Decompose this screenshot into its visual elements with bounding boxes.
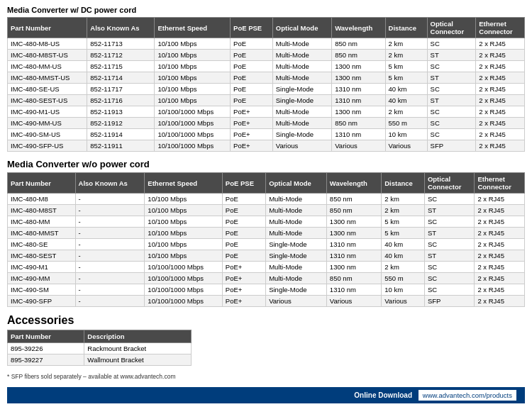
table-cell: 2 km xyxy=(382,262,425,273)
table-cell: 10/100 Mbps xyxy=(155,72,231,84)
footnote: * SFP fibers sold separately – available… xyxy=(7,373,525,380)
table-cell: 10/100 Mbps xyxy=(155,50,231,61)
table-cell: Single-Mode xyxy=(266,239,327,250)
table-row: IMC-480-SEST-10/100 MbpsPoESingle-Mode13… xyxy=(8,250,525,262)
table-cell: SC xyxy=(424,239,475,250)
table-cell: 550 m xyxy=(382,273,425,284)
table-cell: SC xyxy=(424,284,475,296)
table-cell: 850 nm xyxy=(332,118,385,129)
table-cell: 10/100 Mbps xyxy=(145,228,222,239)
table-row: IMC-480-SE-10/100 MbpsPoESingle-Mode1310… xyxy=(8,239,525,250)
table-cell: SC xyxy=(427,106,476,118)
footer-url: www.advantech.com/products xyxy=(419,390,516,401)
table-cell: 2 x RJ45 xyxy=(476,140,525,152)
table-cell: PoE xyxy=(222,216,265,228)
table-cell: PoE xyxy=(222,205,265,216)
table-cell: - xyxy=(75,194,145,205)
table-cell: 1310 nm xyxy=(326,239,381,250)
table-cell: ST xyxy=(427,50,476,61)
table-cell: 2 x RJ45 xyxy=(475,194,525,205)
table-cell: IMC-480-MM xyxy=(8,216,76,228)
table-cell: PoE+ xyxy=(231,106,273,118)
table-cell: 10/100/1000 Mbps xyxy=(155,118,231,129)
table-cell: 2 x RJ45 xyxy=(476,118,525,129)
table-cell: Multi-Mode xyxy=(272,118,331,129)
table-cell: 1310 nm xyxy=(326,250,381,262)
table-cell: 10/100/1000 Mbps xyxy=(145,273,222,284)
table-cell: Various xyxy=(385,140,427,152)
table-row: IMC-490-M1-US852-1191310/100/1000 MbpsPo… xyxy=(8,106,525,118)
table-cell: 2 x RJ45 xyxy=(475,205,525,216)
table-cell: SC xyxy=(427,84,476,95)
table-cell: PoE xyxy=(231,50,273,61)
col2-optical-mode: Optical Mode xyxy=(266,173,327,194)
table-row: IMC-480-MM-US852-1171510/100 MbpsPoEMult… xyxy=(8,61,525,72)
col-wavelength: Wavelength xyxy=(332,18,385,38)
table-row: IMC-480-M8ST-10/100 MbpsPoEMulti-Mode850… xyxy=(8,205,525,216)
table-cell: SC xyxy=(427,38,476,50)
table-cell: - xyxy=(75,273,145,284)
section3-table: Part Number Description 895-39226Rackmou… xyxy=(7,330,192,366)
table-cell: ST xyxy=(424,228,475,239)
table-cell: Single-Mode xyxy=(272,84,331,95)
table-cell: PoE+ xyxy=(231,118,273,129)
table-cell: 1300 nm xyxy=(332,106,385,118)
table-cell: IMC-480-M8ST xyxy=(8,205,76,216)
table-cell: 2 km xyxy=(385,38,427,50)
table-row: IMC-480-MMST-US852-1171410/100 MbpsPoEMu… xyxy=(8,72,525,84)
table-cell: - xyxy=(75,205,145,216)
table-cell: IMC-480-MMST xyxy=(8,228,76,239)
table-cell: PoE xyxy=(222,194,265,205)
table-cell: Various xyxy=(266,296,327,307)
table-row: IMC-490-MM-US852-1191210/100/1000 MbpsPo… xyxy=(8,118,525,129)
table-cell: 10/100/1000 Mbps xyxy=(155,106,231,118)
table-cell: 2 x RJ45 xyxy=(476,38,525,50)
table-row: IMC-490-SFP-US852-1191110/100/1000 MbpsP… xyxy=(8,140,525,152)
table-cell: Multi-Mode xyxy=(266,205,327,216)
table-cell: - xyxy=(75,239,145,250)
table-cell: IMC-490-MM-US xyxy=(8,118,87,129)
table-cell: Multi-Mode xyxy=(266,273,327,284)
table-row: IMC-490-SFP-10/100/1000 MbpsPoE+VariousV… xyxy=(8,296,525,307)
col-also-known-as: Also Known As xyxy=(87,18,155,38)
table-cell: 40 km xyxy=(385,84,427,95)
table-cell: Multi-Mode xyxy=(266,194,327,205)
table-cell: ST xyxy=(424,205,475,216)
col2-distance: Distance xyxy=(382,173,425,194)
col2-ethernet-connector: EthernetConnector xyxy=(475,173,525,194)
table-cell: PoE+ xyxy=(222,273,265,284)
table-cell: 850 nm xyxy=(332,38,385,50)
table-cell: PoE xyxy=(231,61,273,72)
table-cell: 1300 nm xyxy=(332,72,385,84)
table-cell: 5 km xyxy=(385,61,427,72)
col2-also-known-as: Also Known As xyxy=(75,173,145,194)
table-cell: PoE+ xyxy=(222,284,265,296)
section1-header: Part Number Also Known As Ethernet Speed… xyxy=(8,18,525,38)
table-cell: 850 nm xyxy=(332,50,385,61)
table-row: 895-39227Wallmount Bracket xyxy=(8,354,192,366)
table-cell: 10/100/1000 Mbps xyxy=(155,140,231,152)
table-cell: 2 x RJ45 xyxy=(476,72,525,84)
section1-title: Media Converter w/ DC power cord xyxy=(7,6,525,14)
table-cell: - xyxy=(75,228,145,239)
table-cell: SC xyxy=(427,61,476,72)
table-cell: PoE xyxy=(231,72,273,84)
table-cell: 10/100 Mbps xyxy=(155,84,231,95)
table-cell: 850 nm xyxy=(326,273,381,284)
table-cell: 10/100 Mbps xyxy=(155,38,231,50)
table-cell: 852-11712 xyxy=(87,50,155,61)
table-cell: Various xyxy=(332,140,385,152)
table-cell: 550 m xyxy=(385,118,427,129)
table-cell: Wallmount Bracket xyxy=(84,354,192,366)
table-cell: 2 km xyxy=(382,205,425,216)
table-cell: IMC-480-M8 xyxy=(8,194,76,205)
table-cell: 2 x RJ45 xyxy=(475,239,525,250)
table-cell: SC xyxy=(424,216,475,228)
table-cell: IMC-480-SE-US xyxy=(8,84,87,95)
table-cell: IMC-490-SFP-US xyxy=(8,140,87,152)
table-cell: 852-11914 xyxy=(87,129,155,140)
table-cell: - xyxy=(75,296,145,307)
section3-body: 895-39226Rackmount Bracket895-39227Wallm… xyxy=(8,343,192,366)
table-cell: IMC-480-SE xyxy=(8,239,76,250)
table-cell: 10/100 Mbps xyxy=(145,194,222,205)
